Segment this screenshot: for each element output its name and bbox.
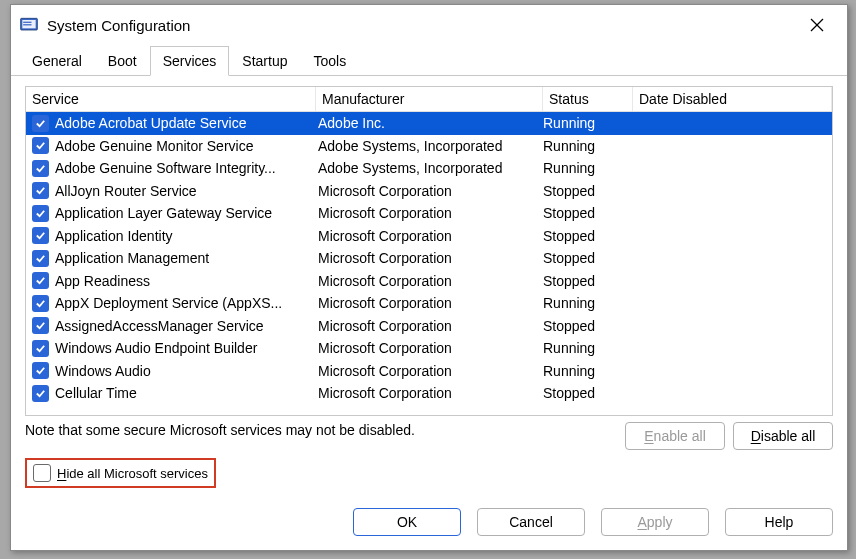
secure-services-note: Note that some secure Microsoft services… <box>25 422 617 438</box>
checkbox-icon <box>33 464 51 482</box>
tab-boot[interactable]: Boot <box>95 46 150 76</box>
manufacturer: Microsoft Corporation <box>316 250 543 266</box>
row-checkbox[interactable] <box>32 160 49 177</box>
row-checkbox[interactable] <box>32 362 49 379</box>
tab-services[interactable]: Services <box>150 46 230 76</box>
tabstrip: GeneralBootServicesStartupTools <box>11 45 847 76</box>
service-row[interactable]: Application IdentityMicrosoft Corporatio… <box>26 225 832 248</box>
tab-general[interactable]: General <box>19 46 95 76</box>
status: Stopped <box>543 273 633 289</box>
tab-startup[interactable]: Startup <box>229 46 300 76</box>
ok-button[interactable]: OK <box>353 508 461 536</box>
row-checkbox[interactable] <box>32 227 49 244</box>
manufacturer: Microsoft Corporation <box>316 318 543 334</box>
service-row[interactable]: Cellular TimeMicrosoft CorporationStoppe… <box>26 382 832 405</box>
status: Stopped <box>543 385 633 401</box>
status: Running <box>543 115 633 131</box>
row-checkbox[interactable] <box>32 205 49 222</box>
manufacturer: Microsoft Corporation <box>316 228 543 244</box>
cancel-button[interactable]: Cancel <box>477 508 585 536</box>
service-name: AllJoyn Router Service <box>55 183 197 199</box>
service-name: Windows Audio <box>55 363 151 379</box>
service-name: Cellular Time <box>55 385 137 401</box>
row-checkbox[interactable] <box>32 385 49 402</box>
status: Running <box>543 340 633 356</box>
row-checkbox[interactable] <box>32 272 49 289</box>
app-icon <box>19 15 39 35</box>
service-name: Adobe Genuine Monitor Service <box>55 138 253 154</box>
col-date-disabled[interactable]: Date Disabled <box>633 87 832 111</box>
tab-tools[interactable]: Tools <box>300 46 359 76</box>
service-row[interactable]: Application ManagementMicrosoft Corporat… <box>26 247 832 270</box>
row-checkbox[interactable] <box>32 340 49 357</box>
service-name: Application Identity <box>55 228 173 244</box>
help-button[interactable]: Help <box>725 508 833 536</box>
manufacturer: Adobe Inc. <box>316 115 543 131</box>
status: Stopped <box>543 318 633 334</box>
row-checkbox[interactable] <box>32 115 49 132</box>
status: Running <box>543 138 633 154</box>
service-name: Adobe Genuine Software Integrity... <box>55 160 276 176</box>
col-status[interactable]: Status <box>543 87 633 111</box>
service-name: AssignedAccessManager Service <box>55 318 264 334</box>
service-row[interactable]: Adobe Acrobat Update ServiceAdobe Inc.Ru… <box>26 112 832 135</box>
dialog-footer: OK Cancel Apply Help <box>11 498 847 550</box>
service-row[interactable]: Application Layer Gateway ServiceMicroso… <box>26 202 832 225</box>
service-name: AppX Deployment Service (AppXS... <box>55 295 282 311</box>
service-row[interactable]: AssignedAccessManager ServiceMicrosoft C… <box>26 315 832 338</box>
service-row[interactable]: App ReadinessMicrosoft CorporationStoppe… <box>26 270 832 293</box>
list-body[interactable]: Adobe Acrobat Update ServiceAdobe Inc.Ru… <box>26 112 832 415</box>
service-row[interactable]: Adobe Genuine Software Integrity...Adobe… <box>26 157 832 180</box>
status: Stopped <box>543 205 633 221</box>
status: Running <box>543 363 633 379</box>
col-manufacturer[interactable]: Manufacturer <box>316 87 543 111</box>
enable-all-button[interactable]: Enable all <box>625 422 725 450</box>
row-checkbox[interactable] <box>32 250 49 267</box>
hide-microsoft-services-checkbox[interactable]: Hide all Microsoft services <box>25 458 216 488</box>
status: Stopped <box>543 250 633 266</box>
service-row[interactable]: AllJoyn Router ServiceMicrosoft Corporat… <box>26 180 832 203</box>
manufacturer: Adobe Systems, Incorporated <box>316 160 543 176</box>
close-icon <box>810 18 824 32</box>
list-header[interactable]: Service Manufacturer Status Date Disable… <box>26 87 832 112</box>
status: Running <box>543 160 633 176</box>
svg-rect-2 <box>23 22 31 23</box>
manufacturer: Microsoft Corporation <box>316 183 543 199</box>
titlebar: System Configuration <box>11 5 847 45</box>
service-row[interactable]: Windows Audio Endpoint BuilderMicrosoft … <box>26 337 832 360</box>
status: Running <box>543 295 633 311</box>
services-list: Service Manufacturer Status Date Disable… <box>25 86 833 416</box>
col-service[interactable]: Service <box>26 87 316 111</box>
svg-rect-1 <box>22 20 35 28</box>
row-checkbox[interactable] <box>32 317 49 334</box>
status: Stopped <box>543 183 633 199</box>
service-row[interactable]: AppX Deployment Service (AppXS...Microso… <box>26 292 832 315</box>
svg-rect-3 <box>23 24 31 25</box>
manufacturer: Adobe Systems, Incorporated <box>316 138 543 154</box>
apply-button[interactable]: Apply <box>601 508 709 536</box>
row-checkbox[interactable] <box>32 295 49 312</box>
row-checkbox[interactable] <box>32 137 49 154</box>
disable-all-button[interactable]: Disable all <box>733 422 833 450</box>
manufacturer: Microsoft Corporation <box>316 363 543 379</box>
service-name: Application Management <box>55 250 209 266</box>
service-row[interactable]: Windows AudioMicrosoft CorporationRunnin… <box>26 360 832 383</box>
service-name: App Readiness <box>55 273 150 289</box>
service-name: Adobe Acrobat Update Service <box>55 115 246 131</box>
manufacturer: Microsoft Corporation <box>316 340 543 356</box>
system-configuration-window: System Configuration GeneralBootServices… <box>10 4 848 551</box>
manufacturer: Microsoft Corporation <box>316 273 543 289</box>
service-name: Application Layer Gateway Service <box>55 205 272 221</box>
manufacturer: Microsoft Corporation <box>316 205 543 221</box>
manufacturer: Microsoft Corporation <box>316 295 543 311</box>
tab-content-services: Service Manufacturer Status Date Disable… <box>11 76 847 498</box>
service-row[interactable]: Adobe Genuine Monitor ServiceAdobe Syste… <box>26 135 832 158</box>
close-button[interactable] <box>797 7 837 43</box>
status: Stopped <box>543 228 633 244</box>
row-checkbox[interactable] <box>32 182 49 199</box>
manufacturer: Microsoft Corporation <box>316 385 543 401</box>
window-title: System Configuration <box>47 17 797 34</box>
service-name: Windows Audio Endpoint Builder <box>55 340 257 356</box>
